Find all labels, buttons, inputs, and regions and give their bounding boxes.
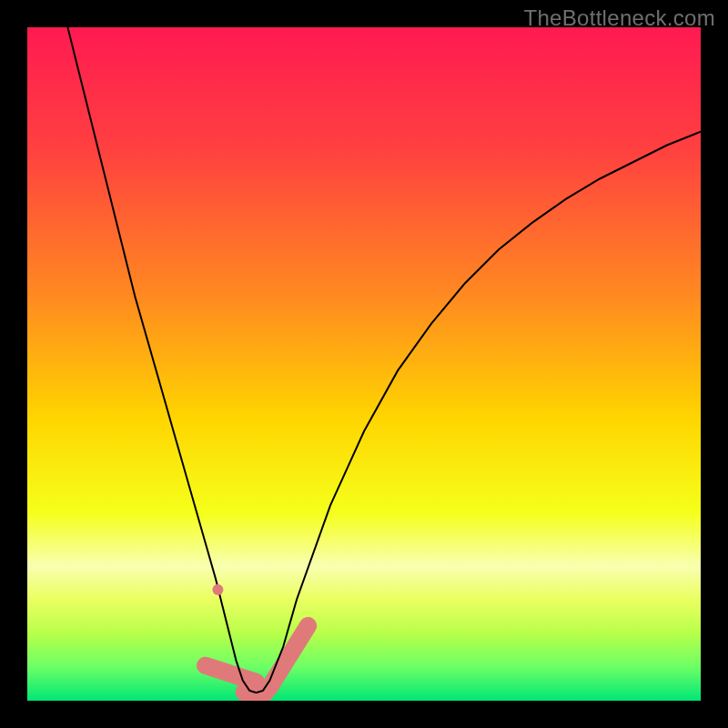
watermark-text: TheBottleneck.com [523,5,715,31]
chart-frame: TheBottleneck.com [0,0,728,728]
marker-dot-left [212,584,223,595]
chart-background [27,27,701,701]
chart-markers-above [212,584,223,595]
chart-plot-area [27,27,701,701]
chart-svg [27,27,701,701]
